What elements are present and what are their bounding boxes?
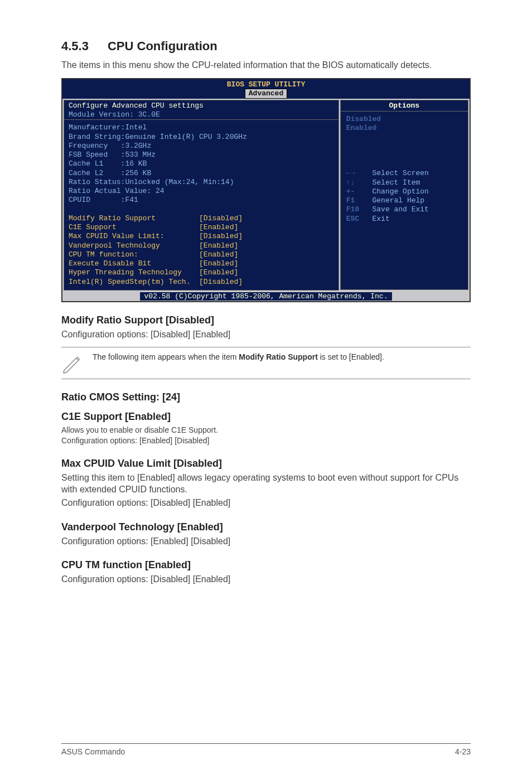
bios-title-bar: BIOS SETUP UTILITY Advanced <box>62 79 470 99</box>
config-header-line2: Module Version: 3C.0E <box>69 110 160 119</box>
heading-c1e: C1E Support [Enabled] <box>61 411 471 423</box>
options-title: Options <box>340 100 468 112</box>
footer-left: ASUS Commando <box>61 747 125 756</box>
cputm-line1: Configuration options: [Disabled] [Enabl… <box>61 573 471 585</box>
heading-cputm: CPU TM function [Enabled] <box>61 559 471 571</box>
config-header: Configure Advanced CPU settings Module V… <box>64 100 339 120</box>
note-prefix: The following item appears when the item <box>93 352 239 361</box>
note-suffix: is set to [Enabled]. <box>318 352 384 361</box>
maxcpuid-line1: Setting this item to [Enabled] allows le… <box>61 472 471 496</box>
note-bold: Modify Ratio Support <box>239 352 318 361</box>
pencil-icon <box>61 352 85 374</box>
footer-right: 4-23 <box>455 747 471 756</box>
c1e-line2: Configuration options: [Enabled] [Disabl… <box>61 435 471 446</box>
heading-vanderpool: Vanderpool Technology [Enabled] <box>61 521 471 533</box>
section-heading: 4.5.3CPU Configuration <box>61 39 471 54</box>
options-values: Disabled Enabled <box>346 115 381 132</box>
section-number: 4.5.3 <box>61 39 89 54</box>
config-header-line1: Configure Advanced CPU settings <box>69 101 204 110</box>
text-modify-ratio: Configuration options: [Disabled] [Enabl… <box>61 328 471 341</box>
heading-modify-ratio: Modify Ratio Support [Disabled] <box>61 314 471 326</box>
nav-help: ←→ Select Screen ↑↓ Select Item +- Chang… <box>346 169 429 222</box>
maxcpuid-line2: Configuration options: [Disabled] [Enabl… <box>61 497 471 509</box>
heading-ratio-cmos: Ratio CMOS Setting: [24] <box>61 391 471 403</box>
cpu-static-info: Manufacturer:Intel Brand String:Genuine … <box>69 123 247 204</box>
bios-tab-advanced: Advanced <box>245 89 287 99</box>
bios-title: BIOS SETUP UTILITY <box>227 80 305 89</box>
config-body: Manufacturer:Intel Brand String:Genuine … <box>64 120 339 291</box>
page-footer: ASUS Commando 4-23 <box>61 743 471 756</box>
c1e-line1: Allows you to enable or disable C1E Supp… <box>61 425 471 435</box>
section-title: CPU Configuration <box>108 39 217 53</box>
intro-text: The items in this menu show the CPU-rela… <box>61 59 471 71</box>
bios-copyright: v02.58 (C)Copyright 1985-2006, American … <box>140 292 393 301</box>
heading-max-cpuid: Max CPUID Value Limit [Disabled] <box>61 458 471 470</box>
options-panel: Disabled Enabled ←→ Select Screen ↑↓ Sel… <box>340 112 468 290</box>
editable-settings: Modify Ratio Support [Disabled] C1E Supp… <box>69 214 243 286</box>
note-text: The following item appears when the item… <box>93 352 384 374</box>
bios-footer: v02.58 (C)Copyright 1985-2006, American … <box>62 292 470 301</box>
vanderpool-line1: Configuration options: [Enabled] [Disabl… <box>61 535 471 548</box>
bios-screenshot: BIOS SETUP UTILITY Advanced Configure Ad… <box>61 78 471 302</box>
note-block: The following item appears when the item… <box>61 347 471 379</box>
